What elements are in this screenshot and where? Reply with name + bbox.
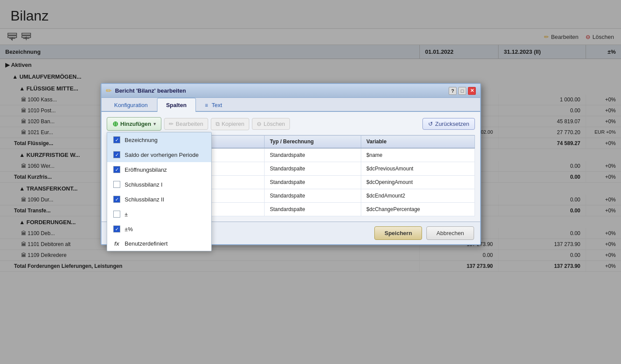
check-pmp: ✓ <box>113 225 120 232</box>
check-schluss2: ✓ <box>113 196 120 203</box>
col-typ: Standardspalte <box>264 162 361 176</box>
col-typ: Standardspalte <box>264 189 361 203</box>
col-typ: Standardspalte <box>264 148 361 162</box>
dialog-toolbar: ⊕ Hinzufügen ▾ ✏ Bearbeiten ⧉ Kopieren ⊖… <box>107 117 475 131</box>
col-variable: $dcChangePercentage <box>361 203 474 216</box>
add-circle-icon: ⊕ <box>112 120 118 128</box>
delete-circle-icon: ⊖ <box>257 121 262 127</box>
col-variable: $name <box>361 148 474 162</box>
dropdown-item-saldo[interactable]: ✓ Saldo der vorherigen Periode <box>107 147 211 162</box>
dialog-title-icon: ✏ <box>106 87 112 95</box>
reset-button[interactable]: ↺ Zurücksetzen <box>422 118 475 130</box>
tab-text[interactable]: ≡ Text <box>196 98 231 112</box>
text-tab-icon: ≡ <box>205 102 208 108</box>
close-button[interactable]: ✕ <box>468 87 476 95</box>
dropdown-item-eroeffnung[interactable]: ✓ Eröffnungsbilanz <box>107 162 211 177</box>
delete-toolbar-button: ⊖ Löschen <box>252 118 290 130</box>
dialog-tabs: Konfiguration Spalten ≡ Text <box>101 98 480 112</box>
check-schluss1 <box>113 181 120 188</box>
dropdown-item-benutzerdefiniert[interactable]: fx Benutzerdefiniert <box>107 236 211 251</box>
reset-icon: ↺ <box>428 121 433 127</box>
dropdown-item-pm[interactable]: ± <box>107 207 211 222</box>
check-eroeffnung: ✓ <box>113 166 120 173</box>
pencil-icon: ✏ <box>169 121 174 127</box>
col-variable: $dcEndAmount2 <box>361 189 474 203</box>
check-saldo: ✓ <box>113 151 120 158</box>
th-variable: Variable <box>361 135 474 149</box>
col-variable: $dcOpeningAmount <box>361 176 474 189</box>
copy-button: ⧉ Kopieren <box>211 118 249 130</box>
col-typ: Standardspalte <box>264 176 361 189</box>
col-typ: Standardspalte <box>264 203 361 216</box>
dialog-title-text: Bericht 'Bilanz' bearbeiten <box>115 87 445 94</box>
tab-konfiguration[interactable]: Konfiguration <box>105 98 157 112</box>
edit-button: ✏ Bearbeiten <box>164 118 208 130</box>
save-button[interactable]: Speichern <box>374 226 422 240</box>
maximize-button[interactable]: □ <box>458 87 466 95</box>
dropdown-item-bezeichnung[interactable]: ✓ Bezeichnung <box>107 132 211 147</box>
check-bezeichnung: ✓ <box>113 136 120 143</box>
add-dropdown-menu: ✓ Bezeichnung ✓ Saldo der vorherigen Per… <box>107 132 212 251</box>
copy-icon: ⧉ <box>216 121 220 128</box>
dialog-titlebar: ✏ Bericht 'Bilanz' bearbeiten ? □ ✕ <box>101 84 480 98</box>
th-typ: Typ / Berechnung <box>264 135 361 149</box>
dropdown-item-schluss2[interactable]: ✓ Schlussbilanz II <box>107 192 211 207</box>
fx-icon: fx <box>113 240 120 247</box>
dialog-body: ⊕ Hinzufügen ▾ ✏ Bearbeiten ⧉ Kopieren ⊖… <box>101 112 480 222</box>
help-button[interactable]: ? <box>449 87 457 95</box>
dropdown-item-schluss1[interactable]: Schlussbilanz I <box>107 177 211 192</box>
dropdown-item-pmp[interactable]: ✓ ±% <box>107 222 211 236</box>
dialog: ✏ Bericht 'Bilanz' bearbeiten ? □ ✕ Konf… <box>101 83 481 245</box>
tab-spalten[interactable]: Spalten <box>157 98 196 112</box>
chevron-down-icon: ▾ <box>154 121 156 126</box>
cancel-button[interactable]: Abbrechen <box>426 226 474 240</box>
add-button[interactable]: ⊕ Hinzufügen ▾ <box>107 117 161 131</box>
check-pm <box>113 211 120 218</box>
dialog-title-buttons: ? □ ✕ <box>449 87 476 95</box>
col-variable: $dcPreviousAmount <box>361 162 474 176</box>
